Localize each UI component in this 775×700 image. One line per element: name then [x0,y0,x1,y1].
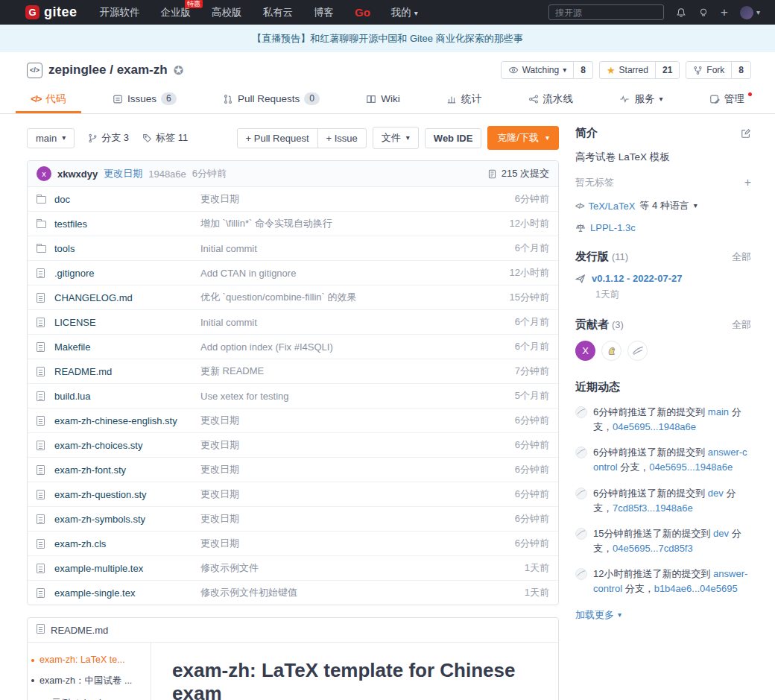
file-link[interactable]: exam-zh-question.sty [54,489,200,500]
chevron-down-icon[interactable]: ▾ [694,202,698,209]
file-link[interactable]: CHANGELOG.md [54,292,200,303]
watch-count[interactable]: 8 [573,62,592,78]
commit-message-link[interactable]: 增加 `\fillin*` 命令实现自动换行 [200,217,510,230]
file-link[interactable]: exam-zh.cls [54,538,200,549]
license-link[interactable]: LPPL-1.3c [590,222,636,233]
commit-message-link[interactable]: 更改日期 [200,537,515,550]
fork-button[interactable]: Fork [686,62,731,78]
search-input[interactable] [548,4,664,20]
star-button[interactable]: ★ Starred [600,62,655,78]
commit-message-link[interactable]: 更改日期 [200,463,515,476]
tab-pipeline[interactable]: 流水线 [513,86,589,113]
repo-owner-link[interactable]: zepinglee [48,63,106,77]
avatar[interactable] [627,341,648,361]
commit-message-link[interactable]: 更改日期 [200,488,515,501]
branch-selector[interactable]: main ▾ [27,128,75,148]
commit-author-link[interactable]: xkwxdyy [57,168,98,180]
nav-item-enterprise[interactable]: 企业版特惠 [161,6,192,19]
file-link[interactable]: Makefile [54,341,200,353]
file-link[interactable]: build.lua [54,391,200,402]
tab-wiki[interactable]: Wiki [351,86,415,113]
new-pull-request-button[interactable]: + Pull Request [238,129,317,148]
bulb-icon[interactable] [698,7,709,18]
branches-link[interactable]: 分支 3 [88,131,129,145]
web-ide-button[interactable]: Web IDE [425,128,482,148]
toc-item[interactable]: exam-zh: LaTeX te... [28,655,146,665]
contributors-count: (3) [612,319,624,330]
clone-download-button[interactable]: 克隆/下载 ▾ [487,126,559,150]
all-contributors-link[interactable]: 全部 [732,318,751,332]
file-link[interactable]: doc [54,194,200,205]
watch-button[interactable]: Watching ▾ [502,62,574,78]
file-link[interactable]: example-single.tex [54,587,200,599]
commit-range-link[interactable]: 7cd85f3...1948a6e [613,502,693,514]
commits-count-link[interactable]: 215 次提交 [487,167,549,180]
file-link[interactable]: testfiles [54,218,200,230]
commit-message-link[interactable]: Initial commit [200,243,515,254]
file-menu-button[interactable]: 文件 ▾ [373,127,419,149]
commit-message-link[interactable]: 修改示例文件初始键值 [200,586,525,599]
nav-item-my[interactable]: 我的 ▾ [391,6,418,19]
nav-item-education[interactable]: 高校版 [212,6,242,19]
commit-message-link[interactable]: Initial commit [200,317,515,328]
plus-icon[interactable]: + [721,6,728,19]
commit-message-link[interactable]: 更改日期 [200,414,515,427]
star-count[interactable]: 21 [655,62,679,78]
toc-item[interactable]: exam-zh：中国试卷 ... [28,675,146,687]
file-link[interactable]: tools [54,243,200,254]
nav-item-private-cloud[interactable]: 私有云 [263,6,294,19]
tab-service[interactable]: 服务 ▾ [604,86,677,113]
language-link[interactable]: TeX/LaTeX [588,201,635,212]
file-link[interactable]: .gitignore [54,268,200,279]
tab-pull-requests[interactable]: Pull Requests 0 [208,86,335,113]
nav-item-opensource[interactable]: 开源软件 [100,6,140,19]
add-tag-button[interactable]: + [744,177,751,189]
commit-message-link[interactable]: 更改日期 [200,192,515,206]
tags-link[interactable]: 标签 11 [142,131,188,145]
all-releases-link[interactable]: 全部 [732,250,751,264]
announcement-banner[interactable]: 【直播预告】和红薯聊聊开源中国和 Gitee 商业化探索的那些事 [0,25,775,52]
edit-icon[interactable] [741,128,751,139]
commit-message-link[interactable]: 更改日期 [200,512,515,526]
file-link[interactable]: exam-zh-chinese-english.sty [54,415,200,426]
tab-code[interactable]: </> 代码 [16,86,80,113]
load-more-button[interactable]: 加载更多 ▾ [575,608,621,622]
avatar[interactable] [601,341,621,361]
avatar[interactable]: X [575,341,595,361]
tab-stats[interactable]: 统计 [431,86,496,113]
commit-message-link[interactable]: 修改示例文件 [200,561,525,575]
file-link[interactable]: exam-zh-symbols.sty [54,514,200,525]
bell-icon[interactable] [676,7,686,18]
commit-range-link[interactable]: b1b4ae6...04e5695 [654,583,738,594]
fork-count[interactable]: 8 [731,62,750,78]
user-menu[interactable]: ▾ [740,6,760,19]
commit-range-link[interactable]: 04e5695...1948a6e [649,461,733,473]
commit-message-link[interactable]: 更改日期 [200,438,515,452]
avatar[interactable]: x [37,166,51,181]
repo-name-link[interactable]: exam-zh [117,63,168,77]
file-link[interactable]: README.md [54,366,200,377]
release-link[interactable]: v0.1.12 - 2022-07-27 [592,273,682,284]
gitee-logo[interactable]: G gitee [25,4,78,20]
commit-message-link[interactable]: 更改日期 [104,167,142,180]
branch-link[interactable]: main [708,406,729,417]
file-link[interactable]: example-multiple.tex [54,563,200,574]
commit-message-link[interactable]: 优化 `question/combine-fillin` 的效果 [200,291,510,304]
new-issue-button[interactable]: + Issue [317,129,366,148]
branch-link[interactable]: dev [708,488,724,499]
commit-message-link[interactable]: Add option index (Fix #I4SQLI) [200,341,515,353]
file-link[interactable]: exam-zh-font.sty [54,464,200,476]
toc-item[interactable]: 示例（simple examp... [28,697,146,700]
commit-message-link[interactable]: 更新 README [200,365,515,378]
branch-link[interactable]: dev [713,528,729,539]
file-link[interactable]: LICENSE [54,317,200,328]
tab-manage[interactable]: 管理 [695,86,759,113]
nav-item-blog[interactable]: 博客 [314,6,334,19]
file-link[interactable]: exam-zh-choices.sty [54,440,200,451]
commit-message-link[interactable]: Add CTAN in gitignore [200,268,510,279]
commit-message-link[interactable]: Use xetex for testing [200,391,515,402]
nav-item-go[interactable]: Go [355,6,370,19]
tab-issues[interactable]: Issues 6 [98,86,192,113]
commit-range-link[interactable]: 04e5695...7cd85f3 [613,543,693,554]
commit-range-link[interactable]: 04e5695...1948a6e [613,421,696,432]
